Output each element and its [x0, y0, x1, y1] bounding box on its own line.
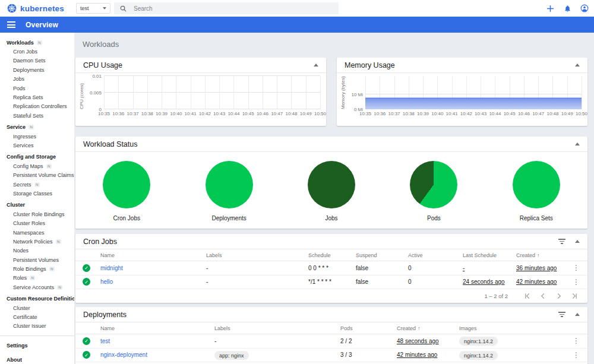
column-header-labels[interactable]: Labels [214, 325, 340, 331]
x-tick-label: 10:43 [475, 111, 486, 116]
sidebar-item-certificate[interactable]: Certificate [0, 312, 74, 321]
cpu-chart-plot [104, 76, 320, 109]
top-header: kubernetes test [0, 0, 594, 17]
cell-labels: - [214, 338, 340, 344]
resource-link[interactable]: midnight [100, 265, 123, 271]
nav-label: Services [13, 143, 34, 148]
sidebar-item-cluster-roles[interactable]: Cluster Roles [0, 219, 74, 227]
search-input[interactable] [134, 5, 312, 12]
sidebar-item-nodes[interactable]: Nodes [0, 246, 74, 255]
deployments-table-body: ✓test-2 / 248 seconds agonginx:1.14.2⋮✓n… [75, 334, 587, 362]
column-header-suspend[interactable]: Suspend [356, 252, 408, 258]
success-icon: ✓ [83, 351, 90, 359]
sidebar-item-replica-sets[interactable]: Replica Sets [0, 93, 74, 102]
account-icon[interactable] [580, 4, 589, 13]
x-tick-label: 10:41 [185, 111, 197, 116]
sidebar-item-storage-classes[interactable]: Storage Classes [0, 189, 74, 198]
resource-link[interactable]: hello [100, 278, 113, 285]
sidebar-item-stateful-sets[interactable]: Stateful Sets [0, 111, 74, 120]
sidebar-item-jobs[interactable]: Jobs [0, 75, 74, 84]
column-header-pods[interactable]: Pods [340, 325, 397, 331]
last-page-button[interactable] [568, 290, 579, 301]
sidebar-item-cron-jobs[interactable]: Cron Jobs [0, 47, 74, 56]
column-header-last-schedule[interactable]: Last Schedule [463, 252, 516, 258]
sidebar-item-config-maps[interactable]: Config MapsN [0, 162, 74, 170]
sidebar-item-persistent-volume-claims[interactable]: Persistent Volume ClaimsN [0, 170, 74, 179]
kebab-menu-icon[interactable]: ⋮ [572, 337, 580, 345]
sidebar-item-secrets[interactable]: SecretsN [0, 180, 74, 189]
collapse-icon[interactable] [575, 143, 580, 145]
memory-chart-plot [365, 76, 582, 109]
sidebar-item-service-accounts[interactable]: Service AccountsN [0, 283, 74, 292]
table-row: ✓hello-*/1 * * * *false024 seconds ago42… [75, 276, 587, 290]
filter-icon[interactable] [558, 239, 565, 244]
sidebar-item-cluster[interactable]: Cluster [0, 303, 74, 312]
sidebar-item-role-bindings[interactable]: Role BindingsN [0, 264, 74, 273]
column-header-images[interactable]: Images [459, 325, 564, 331]
sidebar-item-roles[interactable]: RolesN [0, 274, 74, 283]
cell-labels: - [206, 265, 308, 271]
nav-label: About [7, 357, 22, 363]
kubernetes-logo[interactable]: kubernetes [7, 4, 64, 13]
cron-jobs-card: Cron Jobs NameLabelsScheduleSuspendActiv… [75, 234, 587, 303]
x-tick-label: 10:49 [300, 111, 312, 116]
sidebar-item-about[interactable]: About [0, 354, 74, 364]
sidebar-group-workloads[interactable]: WorkloadsN [0, 38, 74, 47]
sidebar-group-service[interactable]: ServiceN [0, 123, 74, 132]
sidebar-group-cluster[interactable]: Cluster [0, 201, 74, 210]
sidebar-item-ingresses[interactable]: Ingresses [0, 132, 74, 141]
x-tick-label: 10:40 [170, 111, 182, 116]
collapse-icon[interactable] [575, 64, 580, 67]
card-title: Cron Jobs [83, 238, 117, 246]
sidebar-group-config-and-storage[interactable]: Config and Storage [0, 153, 74, 162]
kebab-menu-icon[interactable]: ⋮ [572, 264, 580, 272]
cell-suspend: false [356, 265, 408, 271]
resource-link[interactable]: nginx-deployment [100, 352, 147, 358]
column-header-active[interactable]: Active [408, 252, 463, 258]
sidebar-item-replication-controllers[interactable]: Replication Controllers [0, 102, 74, 111]
sidebar-item-deployments[interactable]: Deployments [0, 65, 74, 74]
sidebar-item-network-policies[interactable]: Network PoliciesN [0, 237, 74, 246]
namespace-select[interactable]: test [76, 3, 110, 14]
y-ticks: 00.0050.01 [86, 76, 104, 109]
collapse-icon[interactable] [314, 64, 318, 67]
sidebar-item-pods[interactable]: Pods [0, 84, 74, 93]
column-header-created[interactable]: Created↑ [397, 325, 459, 331]
x-tick-label: 10:45 [504, 111, 516, 116]
column-header-name[interactable]: Name [100, 252, 206, 258]
sidebar-item-persistent-volumes[interactable]: Persistent Volumes [0, 255, 74, 264]
column-header-name[interactable]: Name [100, 325, 214, 331]
sidebar-group-custom-resource-definitions[interactable]: Custom Resource Definitions [0, 295, 74, 303]
resource-link[interactable]: test [100, 338, 110, 344]
cell-created: 42 minutes ago [397, 352, 459, 358]
x-tick-label: 10:35 [98, 111, 110, 116]
column-header-created[interactable]: Created↑ [516, 252, 564, 258]
sidebar-item-cluster-issuer[interactable]: Cluster Issuer [0, 322, 74, 331]
collapse-icon[interactable] [575, 240, 580, 243]
first-page-button[interactable] [522, 290, 533, 301]
appbar-title: Overview [26, 21, 58, 29]
column-header-label: Suspend [356, 252, 377, 258]
nav-label: Pods [13, 86, 26, 91]
sidebar-item-namespaces[interactable]: Namespaces [0, 228, 74, 237]
notifications-icon[interactable] [563, 4, 572, 13]
sidebar-item-services[interactable]: Services [0, 141, 74, 150]
column-header-labels[interactable]: Labels [206, 252, 308, 258]
collapse-icon[interactable] [575, 313, 580, 316]
x-tick-label: 10:50 [314, 111, 326, 116]
filter-icon[interactable] [558, 312, 565, 317]
previous-page-button[interactable] [538, 290, 548, 301]
column-header-schedule[interactable]: Schedule [308, 252, 356, 258]
add-icon[interactable] [545, 4, 555, 13]
namespaced-badge: N [34, 182, 40, 187]
sidebar-item-settings[interactable]: Settings [0, 340, 74, 352]
menu-icon[interactable] [7, 21, 17, 29]
x-tick-label: 10:46 [518, 111, 530, 116]
kebab-menu-icon[interactable]: ⋮ [572, 278, 580, 286]
next-page-button[interactable] [553, 290, 564, 301]
sidebar-item-daemon-sets[interactable]: Daemon Sets [0, 56, 74, 65]
cell-created: 36 minutes ago [516, 265, 564, 271]
kebab-menu-icon[interactable]: ⋮ [572, 351, 580, 359]
sidebar-item-cluster-role-bindings[interactable]: Cluster Role Bindings [0, 210, 74, 219]
nav-label: Roles [13, 275, 27, 281]
